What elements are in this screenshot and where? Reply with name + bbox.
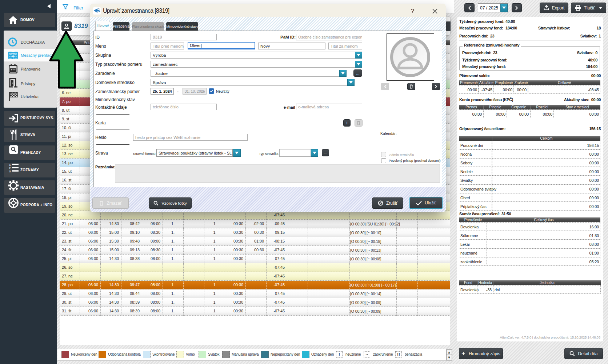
svg-text:3: 3	[9, 170, 11, 172]
svg-text:1: 1	[9, 163, 11, 167]
svg-text:2: 2	[9, 167, 11, 170]
